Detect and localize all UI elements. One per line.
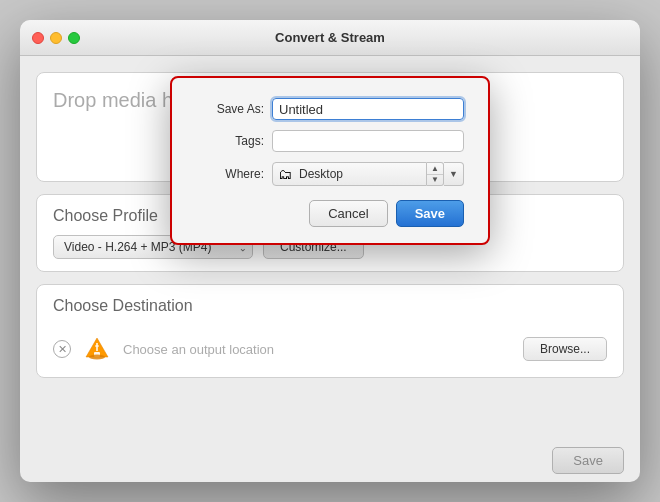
save-as-label: Save As: [196, 102, 264, 116]
where-row: Where: 🗂 Desktop ▲ ▼ ▼ [196, 162, 464, 186]
tags-label: Tags: [196, 134, 264, 148]
tags-row: Tags: [196, 130, 464, 152]
window-title: Convert & Stream [275, 30, 385, 45]
bottom-bar: Save [20, 439, 640, 482]
save-as-row: Save As: [196, 98, 464, 120]
where-up-arrow[interactable]: ▲ [427, 163, 443, 175]
where-expand-button[interactable]: ▼ [444, 162, 464, 186]
close-button[interactable] [32, 32, 44, 44]
main-save-button[interactable]: Save [552, 447, 624, 474]
where-down-arrow[interactable]: ▼ [427, 175, 443, 186]
minimize-button[interactable] [50, 32, 62, 44]
modal-buttons: Cancel Save [196, 200, 464, 227]
where-arrows: ▲ ▼ [427, 162, 444, 186]
titlebar: Convert & Stream [20, 20, 640, 56]
cancel-button[interactable]: Cancel [309, 200, 387, 227]
app-window: Convert & Stream Drop media her Beautifu… [20, 20, 640, 482]
where-select-wrapper: 🗂 Desktop [272, 162, 427, 186]
where-label: Where: [196, 167, 264, 181]
maximize-button[interactable] [68, 32, 80, 44]
traffic-lights [32, 32, 80, 44]
modal-overlay: Save As: Tags: Where: 🗂 Desktop [20, 56, 640, 439]
save-dialog: Save As: Tags: Where: 🗂 Desktop [170, 76, 490, 245]
tags-input[interactable] [272, 130, 464, 152]
where-select[interactable]: Desktop [272, 162, 427, 186]
save-as-input[interactable] [272, 98, 464, 120]
save-button[interactable]: Save [396, 200, 464, 227]
main-content: Drop media her Beautiful You.mov Open me… [20, 56, 640, 439]
